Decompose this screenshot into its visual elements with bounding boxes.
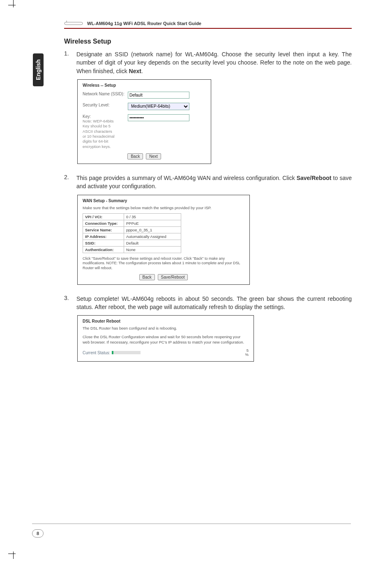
fig2-subtitle: Make sure that the settings below match … bbox=[83, 205, 244, 210]
page-body: WL-AM604g 11g WiFi ADSL Router Quick Sta… bbox=[64, 21, 352, 371]
step-3: 3. Setup complete! WL-AM604g reboots in … bbox=[64, 295, 352, 311]
cell-key: Authentication: bbox=[83, 246, 124, 253]
progress-percent: 5 % bbox=[245, 348, 249, 357]
step-number: 3. bbox=[64, 295, 71, 311]
step-text-a: This page provides a summary of WL-AM604… bbox=[76, 175, 297, 181]
label-security: Security Level: bbox=[83, 103, 128, 107]
table-row: SSID:Default bbox=[83, 240, 181, 246]
section-title: Wireless Setup bbox=[64, 38, 352, 45]
cell-val: pppoe_0_35_1 bbox=[124, 226, 181, 233]
cell-val: 0 / 35 bbox=[124, 213, 181, 220]
step-2: 2. This page provides a summary of WL-AM… bbox=[64, 174, 352, 191]
ssid-input[interactable] bbox=[128, 92, 189, 99]
cell-val: PPPoE bbox=[124, 220, 181, 226]
cell-val: Automatically Assigned bbox=[124, 233, 181, 240]
progress-fill bbox=[112, 351, 113, 354]
step-number: 1. bbox=[64, 50, 71, 75]
step-text: Designate an SSID (network name) for WL-… bbox=[76, 50, 352, 75]
fig3-title: DSL Router Reboot bbox=[83, 319, 249, 323]
save-reboot-button[interactable]: Save/Reboot bbox=[158, 274, 188, 280]
step-text-b: . bbox=[141, 68, 143, 74]
step-text: This page provides a summary of WL-AM604… bbox=[76, 174, 352, 191]
cell-key: IP Address: bbox=[83, 233, 124, 240]
step-bold: Save/Reboot bbox=[297, 175, 332, 181]
fig2-note: Click "Save/Reboot" to save these settin… bbox=[83, 256, 244, 271]
label-ssid: Network Name (SSID): bbox=[83, 92, 128, 96]
cell-key: Connection Type: bbox=[83, 220, 124, 226]
pct-number: 5 bbox=[247, 348, 249, 353]
crop-mark bbox=[8, 547, 21, 559]
cell-key: Service Name: bbox=[83, 226, 124, 233]
crop-mark bbox=[8, 0, 21, 12]
back-button[interactable]: Back bbox=[127, 153, 143, 159]
next-button[interactable]: Next bbox=[146, 153, 161, 159]
step-bold: Next bbox=[129, 68, 141, 74]
language-tab: English bbox=[33, 53, 44, 86]
table-row: VPI / VCI:0 / 35 bbox=[83, 213, 181, 220]
header-rule bbox=[64, 28, 352, 29]
fig3-p2: Close the DSL Router Configuration windo… bbox=[83, 335, 249, 345]
doc-title: WL-AM604g 11g WiFi ADSL Router Quick Sta… bbox=[87, 21, 201, 26]
fig2-title: WAN Setup - Summary bbox=[83, 198, 244, 203]
cell-key: VPI / VCI: bbox=[83, 213, 124, 220]
fig3-p1: The DSL Router has been configured and i… bbox=[83, 326, 249, 331]
label-key: Key: bbox=[83, 114, 128, 119]
table-row: Authentication:None bbox=[83, 246, 181, 253]
footer-rule bbox=[32, 524, 351, 524]
svg-rect-0 bbox=[65, 22, 83, 25]
cell-key: SSID: bbox=[83, 240, 124, 246]
step-number: 2. bbox=[64, 174, 71, 191]
fig1-title: Wireless -- Setup bbox=[83, 83, 206, 88]
router-icon bbox=[64, 21, 83, 26]
table-row: IP Address:Automatically Assigned bbox=[83, 233, 181, 240]
step-1: 1. Designate an SSID (network name) for … bbox=[64, 50, 352, 75]
figure-wan-summary: WAN Setup - Summary Make sure that the s… bbox=[77, 195, 250, 285]
key-input[interactable] bbox=[128, 114, 189, 121]
security-select[interactable]: Medium(WEP-64bits) bbox=[128, 103, 189, 110]
table-row: Connection Type:PPPoE bbox=[83, 220, 181, 226]
status-label: Current Status: bbox=[83, 351, 110, 355]
cell-val: None bbox=[124, 246, 181, 253]
doc-header: WL-AM604g 11g WiFi ADSL Router Quick Sta… bbox=[64, 21, 352, 26]
figure-wireless-setup: Wireless -- Setup Network Name (SSID): S… bbox=[77, 79, 211, 164]
table-row: Service Name:pppoe_0_35_1 bbox=[83, 226, 181, 233]
pct-symbol: % bbox=[245, 352, 249, 357]
cell-val: Default bbox=[124, 240, 181, 246]
figure-reboot: DSL Router Reboot The DSL Router has bee… bbox=[77, 315, 254, 361]
page-number: 8 bbox=[32, 529, 44, 538]
progress-bar bbox=[112, 351, 141, 354]
key-note: Note: WEP-64bits Key should be 5 ASCII c… bbox=[83, 119, 115, 149]
summary-table: VPI / VCI:0 / 35 Connection Type:PPPoE S… bbox=[83, 213, 181, 253]
step-text: Setup complete! WL-AM604g reboots in abo… bbox=[76, 295, 352, 311]
step-text-a: Designate an SSID (network name) for WL-… bbox=[76, 51, 352, 74]
back-button[interactable]: Back bbox=[139, 274, 155, 280]
